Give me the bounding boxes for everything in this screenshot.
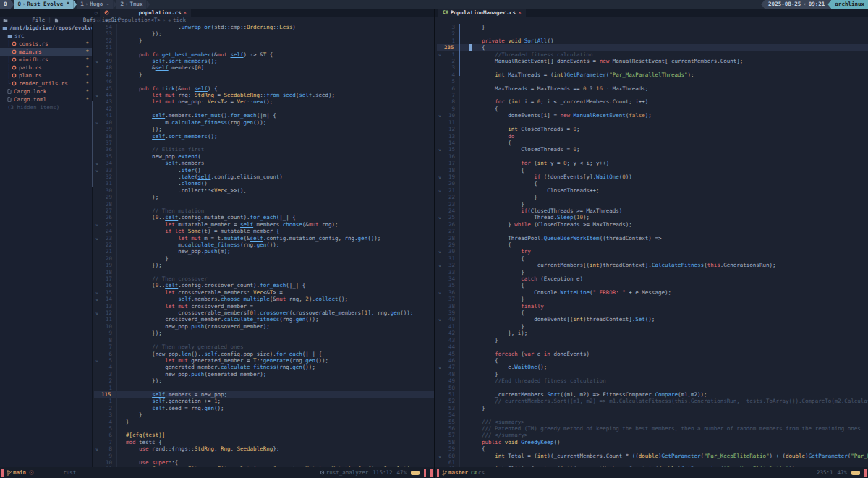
code-line[interactable]: v32 _currentMembers[(int)threadContext].… bbox=[437, 262, 868, 268]
code-line[interactable]: 20 } bbox=[94, 255, 434, 262]
code-line[interactable]: 35 { bbox=[437, 282, 868, 289]
code-line[interactable]: 27 // Then mutation bbox=[94, 208, 434, 214]
code-line[interactable]: v14 self.members.choose_multiple(&mut rn… bbox=[94, 296, 434, 302]
code-line[interactable]: 18 bbox=[94, 269, 434, 276]
code-line[interactable]: 48 } bbox=[437, 371, 868, 377]
fold-open-icon[interactable]: v bbox=[94, 167, 100, 173]
code-line[interactable]: 57 /// </summary> bbox=[437, 432, 868, 438]
code-line[interactable]: 33 } bbox=[437, 269, 868, 276]
code-line[interactable]: 28 bbox=[94, 201, 434, 208]
code-line[interactable]: 1 bbox=[94, 385, 434, 391]
code-line[interactable]: v49 self.sort_members(); bbox=[94, 58, 434, 64]
code-line[interactable]: 53 } bbox=[437, 405, 868, 411]
code-line[interactable]: 27 bbox=[437, 228, 868, 234]
code-line[interactable]: 43 let mut new_pop: Vec<T> = Vec::new(); bbox=[94, 98, 434, 105]
fold-open-icon[interactable]: v bbox=[437, 317, 443, 323]
code-line[interactable]: 7 bbox=[437, 92, 868, 98]
code-line[interactable]: 22 } bbox=[437, 194, 868, 200]
code-line[interactable]: 31 { bbox=[437, 255, 868, 262]
code-line[interactable]: 46 bbox=[94, 78, 434, 85]
code-line[interactable]: 4} bbox=[94, 419, 434, 425]
code-line[interactable]: 20 { bbox=[437, 180, 868, 187]
code-line[interactable]: 38 self.sort_members(); bbox=[94, 133, 434, 140]
code-line[interactable]: v44 let mut rng: StdRng = SeedableRng::f… bbox=[94, 92, 434, 98]
code-line[interactable]: 5 bbox=[437, 78, 868, 85]
code-line[interactable]: 48 &self.members[0] bbox=[94, 64, 434, 71]
code-line[interactable]: 6 MaxThreads = MaxThreads == 0 ? 16 : Ma… bbox=[437, 85, 868, 92]
code-line[interactable]: 51 _currentMembers.Sort((m1, m2) => Fitn… bbox=[437, 391, 868, 398]
code-line[interactable]: 26 } while (ClosedThreads >= MaxThreads)… bbox=[437, 221, 868, 228]
fold-open-icon[interactable]: v bbox=[94, 59, 100, 64]
code-line[interactable]: 16 bbox=[437, 153, 868, 160]
code-line[interactable]: 26 (0..self.config.mutate_count).for_eac… bbox=[94, 214, 434, 221]
code-line[interactable]: 36 // Elitism first bbox=[94, 146, 434, 153]
code-line[interactable]: 7mod tests { bbox=[94, 439, 434, 445]
tree-item-minifb.rs[interactable]: │minifb.rs* bbox=[0, 56, 92, 64]
code-line[interactable]: 115 self.members = new_pop; bbox=[94, 391, 434, 398]
code-line[interactable]: 42 bbox=[94, 106, 434, 112]
code-line[interactable]: 42 }, i); bbox=[437, 330, 868, 336]
code-line[interactable]: 41 self.members.iter_mut().for_each(|m| … bbox=[94, 112, 434, 119]
code-line[interactable]: 10 use super::{ bbox=[94, 459, 434, 466]
code-line[interactable]: v1 //Threaded fitness calculation bbox=[437, 51, 868, 58]
code-line[interactable]: 8 for (int i = 0; i < _currentMembers.Co… bbox=[437, 98, 868, 105]
code-line[interactable]: 39 { bbox=[437, 310, 868, 316]
code-line[interactable]: 54 .unwrap_or(std::cmp::Ordering::Less) bbox=[94, 24, 434, 30]
fold-open-icon[interactable]: v bbox=[94, 221, 100, 227]
code-line[interactable]: 62 int ElitismCount = (int)(_currentMemb… bbox=[437, 466, 868, 467]
code-line[interactable]: 32 .take(self.config.elitism_count) bbox=[94, 174, 434, 180]
fold-open-icon[interactable]: v bbox=[437, 187, 443, 193]
breadcrumb-symbol[interactable]: tick bbox=[173, 17, 186, 24]
code-line[interactable]: 2 bbox=[437, 30, 868, 37]
code-line[interactable]: v34 self.members bbox=[94, 160, 434, 166]
fold-open-icon[interactable]: v bbox=[94, 290, 100, 296]
code-line[interactable]: 8 bbox=[94, 337, 434, 343]
code-line[interactable]: v5 let mut generated_member = T::generat… bbox=[94, 357, 434, 364]
menu-item-file[interactable]: File bbox=[32, 17, 45, 24]
code-line[interactable]: 3 } bbox=[437, 24, 868, 30]
code-line[interactable]: 53 }); bbox=[94, 30, 434, 37]
code-line[interactable]: 3 bbox=[437, 64, 868, 71]
code-line[interactable]: 23 } bbox=[437, 201, 868, 208]
fold-open-icon[interactable]: v bbox=[94, 235, 100, 241]
code-line[interactable]: v8 use rand::{rngs::StdRng, Rng, Seedabl… bbox=[94, 445, 434, 452]
code-line[interactable]: 13 do bbox=[437, 133, 868, 140]
code-line[interactable]: 38 finally bbox=[437, 303, 868, 310]
code-line[interactable]: 61 bbox=[437, 459, 868, 466]
code-line[interactable]: v23 let mut m = t.mutate(&self.config.mu… bbox=[94, 235, 434, 242]
code-line[interactable]: 24 if(ClosedThreads >= MaxThreads) bbox=[437, 208, 868, 214]
code-line[interactable]: 3 new_pop.push(generated_member); bbox=[94, 371, 434, 377]
code-line[interactable]: 7 // Then newly generated ones bbox=[94, 343, 434, 350]
code-line[interactable]: v47 e.WaitOne(); bbox=[437, 364, 868, 370]
tree-item-plan.rs[interactable]: │plan.rs* bbox=[0, 72, 92, 80]
code-line[interactable]: 51 bbox=[94, 44, 434, 51]
code-line[interactable]: 45 foreach (var e in doneEvents) bbox=[437, 351, 868, 357]
code-line[interactable]: 6#[cfg(test)] bbox=[94, 432, 434, 438]
fold-open-icon[interactable]: v bbox=[94, 466, 100, 467]
code-line[interactable]: 14 { bbox=[437, 140, 868, 146]
code-line[interactable]: 59 { bbox=[437, 445, 868, 452]
tree-item-render-utils.rs[interactable]: └render_utils.rs* bbox=[0, 80, 92, 88]
code-line[interactable]: 47 } bbox=[94, 72, 434, 78]
code-line[interactable]: 46 { bbox=[437, 357, 868, 364]
code-line[interactable]: 2 }); bbox=[94, 377, 434, 384]
code-line[interactable]: 5 bbox=[94, 425, 434, 432]
code-line[interactable]: 17 // Then crossover bbox=[94, 276, 434, 282]
code-line[interactable]: 24 if let Some(t) = mutatable_member { bbox=[94, 228, 434, 234]
code-line[interactable]: 16 (0..self.config.crossover_count).for_… bbox=[94, 282, 434, 289]
code-line[interactable]: 1 private void SortAll() bbox=[437, 38, 868, 44]
code-line[interactable]: 30 .collect::<Vec<_>>(), bbox=[94, 187, 434, 194]
scrollbar-thumb[interactable] bbox=[459, 24, 460, 76]
code-line[interactable]: 49 //End threaded fitness calculation bbox=[437, 377, 868, 384]
code-line[interactable]: 45 pub fn tick(&mut self) { bbox=[94, 85, 434, 92]
code-line[interactable]: v30 try bbox=[437, 248, 868, 255]
code-line[interactable]: 29 { bbox=[437, 242, 868, 248]
code-window-right[interactable]: 3 }21 private void SortAll()235 {v1 //Th… bbox=[435, 24, 868, 467]
code-line[interactable]: 10 new_pop.push(crossoverd_member); bbox=[94, 323, 434, 330]
code-line[interactable]: 54 bbox=[437, 411, 868, 418]
close-icon[interactable]: × bbox=[183, 9, 187, 17]
code-line[interactable]: 37 bbox=[94, 140, 434, 146]
code-line[interactable]: v60 int Total = (int)(_currentMembers.Co… bbox=[437, 453, 868, 459]
code-line[interactable]: 31 .cloned() bbox=[94, 180, 434, 187]
code-line[interactable]: v33 .iter() bbox=[94, 167, 434, 174]
